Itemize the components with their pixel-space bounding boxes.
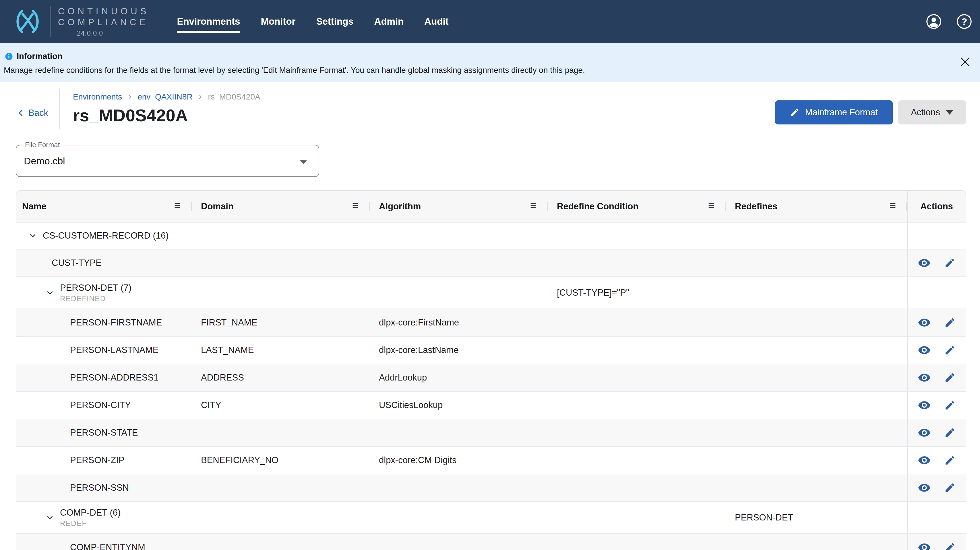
nav-item-admin[interactable]: Admin bbox=[374, 16, 404, 27]
nav-item-monitor[interactable]: Monitor bbox=[261, 16, 295, 27]
actions-cell bbox=[907, 474, 966, 501]
breadcrumb-item-environments[interactable]: Environments bbox=[73, 92, 122, 101]
redefines-cell bbox=[725, 277, 907, 309]
field-name: COMP-ENTITYNM bbox=[70, 542, 145, 550]
table-row-comp-det-6: COMP-DET (6)REDEFPERSON-DET bbox=[16, 502, 966, 534]
algorithm-cell bbox=[370, 502, 548, 533]
breadcrumb-item-env-qaxiin8r[interactable]: env_QAXIIN8R bbox=[137, 92, 192, 101]
mainframe-format-label: Mainframe Format bbox=[805, 107, 878, 117]
banner-message: Manage redefine conditions for the field… bbox=[0, 66, 980, 75]
domain-cell: BENEFICIARY_NO bbox=[192, 447, 370, 474]
help-icon[interactable]: ? bbox=[956, 14, 972, 29]
back-button[interactable]: Back bbox=[16, 108, 59, 118]
view-eye-icon[interactable] bbox=[918, 481, 931, 495]
algorithm-cell: dlpx-core:LastName bbox=[370, 337, 548, 364]
table-row-person-city: PERSON-CITYCITYUSCitiesLookup bbox=[16, 392, 966, 419]
column-label: Algorithm bbox=[379, 201, 421, 212]
view-eye-icon[interactable] bbox=[918, 316, 931, 329]
actions-button[interactable]: Actions bbox=[898, 100, 966, 124]
actions-cell bbox=[907, 249, 966, 276]
view-eye-icon[interactable] bbox=[918, 371, 931, 384]
info-banner: Information Manage redefine conditions f… bbox=[0, 43, 980, 82]
table-row-person-firstname: PERSON-FIRSTNAMEFIRST_NAMEdlpx-core:Firs… bbox=[16, 309, 966, 337]
chevron-left-icon bbox=[16, 108, 26, 118]
actions-label: Actions bbox=[911, 107, 940, 117]
back-label: Back bbox=[29, 108, 48, 118]
close-icon[interactable] bbox=[958, 55, 972, 69]
view-eye-icon[interactable] bbox=[918, 399, 931, 412]
field-name-cell: PERSON-STATE bbox=[16, 419, 192, 446]
algorithm-cell bbox=[370, 277, 548, 309]
banner-title: Information bbox=[17, 52, 62, 61]
edit-pencil-icon[interactable] bbox=[944, 257, 956, 269]
redefines-cell bbox=[725, 337, 907, 364]
edit-pencil-icon[interactable] bbox=[944, 455, 956, 466]
delphix-logo-icon bbox=[13, 9, 43, 34]
redefines-cell bbox=[725, 534, 907, 550]
edit-pencil-icon[interactable] bbox=[944, 317, 956, 328]
algorithm-cell: USCitiesLookup bbox=[370, 392, 548, 418]
view-eye-icon[interactable] bbox=[918, 256, 931, 269]
chevron-down-icon[interactable] bbox=[45, 513, 55, 523]
edit-pencil-icon[interactable] bbox=[944, 399, 956, 411]
table-row-cust-type: CUST-TYPE bbox=[16, 249, 966, 277]
field-name-cell: COMP-DET (6)REDEF bbox=[16, 502, 192, 533]
field-name-cell: COMP-ENTITYNM bbox=[16, 534, 192, 550]
domain-cell bbox=[192, 474, 370, 501]
nav-item-settings[interactable]: Settings bbox=[316, 16, 353, 27]
column-label: Actions bbox=[920, 201, 953, 212]
actions-cell bbox=[907, 222, 966, 249]
chevron-down-icon[interactable] bbox=[28, 231, 38, 241]
redefine-condition-cell bbox=[548, 502, 725, 533]
redefines-cell bbox=[725, 392, 907, 418]
edit-pencil-icon[interactable] bbox=[944, 427, 956, 439]
edit-pencil-icon[interactable] bbox=[944, 542, 956, 550]
column-header-redefine-condition: Redefine Condition bbox=[548, 191, 725, 222]
dropdown-arrow-icon bbox=[300, 160, 307, 164]
edit-pencil-icon[interactable] bbox=[944, 372, 956, 384]
field-name-cell: PERSON-LASTNAME bbox=[16, 337, 192, 364]
view-eye-icon[interactable] bbox=[918, 344, 931, 357]
redefine-condition-cell bbox=[548, 364, 725, 391]
edit-pencil-icon[interactable] bbox=[944, 482, 956, 493]
redefine-flag-label: REDEF bbox=[60, 519, 121, 528]
field-name-cell: PERSON-CITY bbox=[16, 392, 192, 418]
nav-item-environments[interactable]: Environments bbox=[177, 16, 240, 27]
view-eye-icon[interactable] bbox=[918, 454, 931, 467]
main-nav: EnvironmentsMonitorSettingsAdminAudit bbox=[177, 16, 449, 27]
field-name: PERSON-ADDRESS1 bbox=[70, 372, 159, 383]
nav-item-audit[interactable]: Audit bbox=[424, 16, 449, 27]
actions-cell bbox=[907, 534, 966, 550]
view-eye-icon[interactable] bbox=[918, 426, 931, 439]
edit-pencil-icon[interactable] bbox=[944, 344, 956, 356]
mainframe-format-button[interactable]: Mainframe Format bbox=[775, 100, 893, 124]
field-name: COMP-DET (6) bbox=[60, 507, 121, 518]
column-menu-icon[interactable] bbox=[173, 201, 182, 212]
table-row-person-ssn: PERSON-SSN bbox=[16, 474, 966, 502]
column-menu-icon[interactable] bbox=[351, 201, 360, 212]
field-name-cell: PERSON-ZIP bbox=[16, 447, 192, 474]
column-label: Name bbox=[22, 201, 46, 212]
column-header-name: Name bbox=[16, 191, 192, 222]
domain-cell bbox=[192, 502, 370, 533]
column-header-redefines: Redefines bbox=[725, 191, 907, 222]
file-format-select[interactable]: File Format Demo.cbl bbox=[16, 145, 319, 177]
column-menu-icon[interactable] bbox=[707, 201, 716, 212]
table-row-person-state: PERSON-STATE bbox=[16, 419, 966, 447]
header-divider bbox=[59, 89, 60, 129]
account-icon[interactable] bbox=[926, 14, 942, 29]
algorithm-cell: dlpx-core:FirstName bbox=[370, 309, 548, 336]
view-eye-icon[interactable] bbox=[918, 541, 931, 550]
field-name-cell: PERSON-DET (7)REDEFINED bbox=[16, 277, 192, 309]
domain-cell bbox=[192, 277, 370, 309]
algorithm-cell bbox=[370, 474, 548, 501]
table-row-person-det-7: PERSON-DET (7)REDEFINED[CUST-TYPE]="P" bbox=[16, 277, 966, 309]
domain-cell: FIRST_NAME bbox=[192, 309, 370, 336]
field-name-cell: CS-CUSTOMER-RECORD (16) bbox=[16, 222, 192, 249]
chevron-down-icon[interactable] bbox=[45, 288, 55, 298]
column-menu-icon[interactable] bbox=[888, 201, 897, 212]
field-name: PERSON-LASTNAME bbox=[70, 345, 159, 355]
column-menu-icon[interactable] bbox=[529, 201, 538, 212]
redefine-condition-cell bbox=[548, 419, 725, 446]
field-name: CS-CUSTOMER-RECORD (16) bbox=[43, 231, 169, 241]
